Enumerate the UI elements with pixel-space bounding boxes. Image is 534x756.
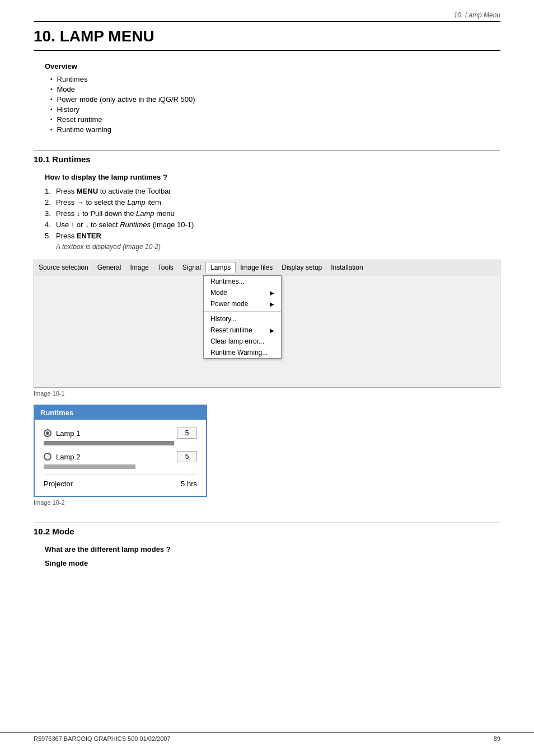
menubar-item-signal: Signal [178,262,205,273]
image-10-2-label: Image 10-2 [34,499,500,506]
dropdown-runtimes[interactable]: Runtimes... [204,276,281,287]
projector-label: Projector [44,480,181,488]
projector-row: Projector 5 hrs [44,475,197,488]
lamp1-bar-row [44,441,197,445]
lamp1-name: Lamp 1 [56,429,177,438]
step5-subtext: A textbox is displayed (image 10-2) [56,243,500,251]
bullet-icon: • [50,106,53,112]
bullet-icon: • [50,116,53,123]
dropdown-clearlamp[interactable]: Clear lamp error... [204,336,281,347]
submenu-arrow-icon: ▶ [270,327,274,334]
list-item: 3. Press ↓ to Pull down the Lamp menu [45,209,500,218]
lamp2-radio-icon [44,453,51,461]
list-item: •Reset runtime [50,115,500,124]
dropdown-powermode[interactable]: Power mode ▶ [204,298,281,309]
footer-left: R5976367 BARCOIQ GRAPHICS 500 01/02/2007 [34,735,171,742]
image-10-1-label: Image 10-1 [34,390,500,397]
section-10-2-subtitle: What are the different lamp modes ? [45,545,500,553]
menubar-item-imagefiles: Image files [236,262,277,273]
dropdown-history[interactable]: History... [204,313,281,325]
bullet-icon: • [50,86,53,92]
lamp2-value: 5 [177,451,197,462]
runtimes-dialog-body: Lamp 1 5 Lamp 2 5 Projector [35,420,206,496]
submenu-arrow-icon: ▶ [270,301,274,307]
single-mode-label: Single mode [45,559,500,567]
list-item: 5. Press ENTER [45,232,500,240]
bullet-icon: • [50,76,53,82]
section-10-2-title: 10.2 Mode [34,523,500,536]
projector-value: 5 hrs [181,480,197,488]
sub-section-title: How to display the lamp runtimes ? [45,173,500,181]
menu-separator [204,311,281,312]
menu-screenshot: Source selection General Image Tools Sig… [34,260,500,388]
overview-list: •Runtimes •Mode •Power mode (only active… [50,75,500,134]
bullet-icon: • [50,126,53,133]
menubar-item-tools: Tools [153,262,178,273]
dropdown-menu: Runtimes... Mode ▶ Power mode ▶ History.… [203,275,282,359]
dropdown-area: Runtimes... Mode ▶ Power mode ▶ History.… [34,275,500,387]
runtimes-dialog: Runtimes Lamp 1 5 Lamp 2 5 [34,405,207,497]
section-10-1-title: 10.1 Runtimes [34,151,500,164]
steps-list: 1. Press MENU to activate the Toolbar 2.… [45,187,500,240]
list-item: 2. Press → to select the Lamp item [45,198,500,206]
lamp2-bar-row [44,464,197,469]
list-item: •Runtime warning [50,125,500,134]
overview-section: Overview •Runtimes •Mode •Power mode (on… [34,62,500,134]
list-item: •History [50,105,500,114]
lamp2-progress-bar [44,464,135,469]
menubar-item-source: Source selection [34,262,93,273]
section-10-1: 10.1 Runtimes How to display the lamp ru… [34,151,500,506]
lamp1-radio-icon [44,429,51,437]
menubar-item-image: Image [125,262,153,273]
list-item: 1. Press MENU to activate the Toolbar [45,187,500,195]
dropdown-mode[interactable]: Mode ▶ [204,287,281,298]
runtimes-dialog-title: Runtimes [35,406,206,420]
list-item: 4. Use ↑ or ↓ to select Runtimes (image … [45,220,500,229]
dropdown-runtimewarning[interactable]: Runtime Warning... [204,347,281,358]
menubar-item-installation: Installation [326,262,367,273]
lamp1-row: Lamp 1 5 [44,428,197,439]
lamp2-name: Lamp 2 [56,453,177,461]
header-section-label: 10. Lamp Menu [34,11,500,22]
menubar-item-general: General [93,262,126,273]
dropdown-resetruntime[interactable]: Reset runtime ▶ [204,325,281,336]
menubar-item-displaysetup: Display setup [277,262,326,273]
list-item: •Runtimes [50,75,500,83]
bullet-icon: • [50,96,53,102]
lamp2-row: Lamp 2 5 [44,451,197,462]
chapter-title: 10. LAMP MENU [34,27,500,51]
menu-bar: Source selection General Image Tools Sig… [34,260,500,275]
menubar-item-lamps[interactable]: Lamps [205,262,236,273]
submenu-arrow-icon: ▶ [270,290,274,296]
lamp1-value: 5 [177,428,197,439]
list-item: •Mode [50,85,500,93]
list-item: •Power mode (only active in the iQG/R 50… [50,95,500,104]
overview-title: Overview [45,62,500,71]
section-10-2: 10.2 Mode What are the different lamp mo… [34,523,500,567]
lamp1-progress-bar [44,441,174,445]
footer-right: 89 [494,735,500,742]
page-footer: R5976367 BARCOIQ GRAPHICS 500 01/02/2007… [0,732,534,745]
